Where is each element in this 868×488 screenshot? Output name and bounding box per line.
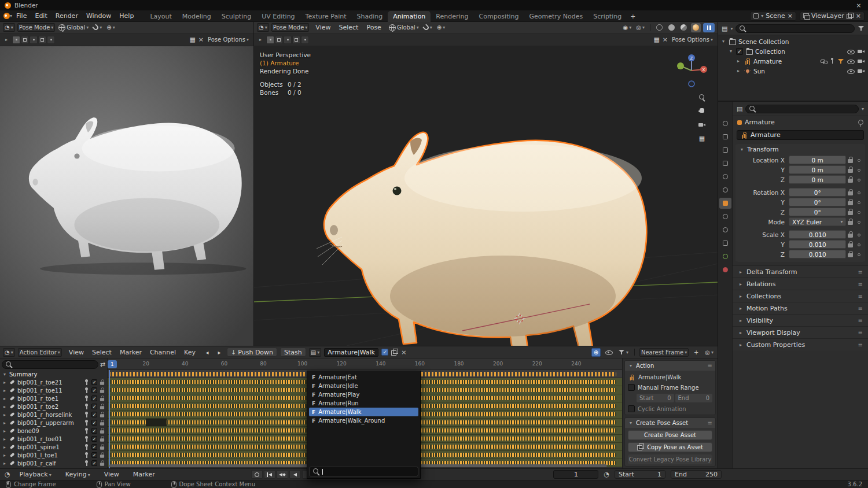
channel-bip001-r-toe1[interactable]: ▸bip001_r_toe1 bbox=[0, 394, 107, 402]
expand-icon[interactable]: ▸ bbox=[2, 445, 8, 450]
lock-icon[interactable] bbox=[847, 231, 854, 238]
playback-menu-playback[interactable]: Playback▾ bbox=[16, 470, 56, 479]
timeline-editor-icon[interactable]: ◔ bbox=[5, 471, 10, 478]
outliner-row-sun[interactable]: ▸Sun bbox=[718, 66, 868, 76]
remove-view-layer-icon[interactable]: × bbox=[856, 12, 861, 20]
viewport-menu-pose[interactable]: Pose bbox=[362, 23, 385, 32]
outliner-search-input[interactable] bbox=[735, 24, 855, 33]
lock-icon[interactable] bbox=[100, 428, 105, 434]
current-frame-field[interactable]: 1 bbox=[553, 470, 598, 479]
pin-id-icon[interactable] bbox=[858, 120, 863, 125]
channel-enable-checkbox[interactable] bbox=[91, 452, 97, 458]
show-gizmo-toggle[interactable]: ◉▾ bbox=[622, 23, 633, 32]
tab-modeling[interactable]: Modeling bbox=[177, 11, 216, 22]
select-mode-pill[interactable] bbox=[266, 36, 274, 44]
channel-bip001-r-upperarm[interactable]: ▸bip001_r_upperarm bbox=[0, 419, 107, 427]
lock-icon[interactable] bbox=[847, 251, 854, 258]
pin-icon[interactable] bbox=[84, 420, 90, 426]
duplicate-action-icon[interactable] bbox=[391, 349, 398, 356]
unlink-action-icon[interactable]: × bbox=[401, 349, 406, 356]
create-pose-asset-button[interactable]: Create Pose Asset bbox=[628, 430, 712, 440]
select-mode-pill[interactable] bbox=[30, 36, 38, 44]
y-field[interactable]: 0° bbox=[789, 198, 846, 206]
menu-edit[interactable]: Edit bbox=[31, 12, 51, 20]
channel-bip001-r-toe2[interactable]: ▸bip001_r_toe2 bbox=[0, 402, 107, 411]
select-mode-pill[interactable] bbox=[292, 36, 300, 44]
play-reverse-button[interactable] bbox=[289, 470, 301, 479]
channel-enable-checkbox[interactable] bbox=[91, 395, 97, 401]
expand-icon[interactable]: ▸ bbox=[2, 396, 8, 401]
action-panel-header[interactable]: ▾ Action ≡ bbox=[625, 361, 715, 371]
expand-icon[interactable]: ▸ bbox=[2, 453, 8, 458]
shading-solid-button[interactable] bbox=[667, 23, 676, 32]
outliner-row-scene-collection[interactable]: ▾Scene Collection bbox=[718, 36, 868, 46]
grid-ortho-icon[interactable]: ▦ bbox=[699, 135, 705, 142]
channel-bone09[interactable]: ▸bone09 bbox=[0, 427, 107, 435]
hide-in-viewport-icon[interactable] bbox=[847, 47, 855, 55]
y-field[interactable]: 0.010 bbox=[789, 240, 846, 249]
action-option-armature-walk[interactable]: FArmature|Walk bbox=[309, 408, 418, 416]
expand-icon[interactable]: ▸ bbox=[258, 37, 263, 42]
channel-enable-checkbox[interactable] bbox=[91, 444, 97, 450]
pause-render-button[interactable] bbox=[703, 23, 715, 32]
properties-tab-object-data[interactable] bbox=[719, 251, 731, 262]
z-field[interactable]: 0.010 bbox=[789, 250, 846, 258]
cyclic-animation-row[interactable]: Cyclic Animation bbox=[628, 405, 712, 413]
rotation-x-field[interactable]: 0° bbox=[789, 188, 846, 197]
expand-icon[interactable]: ▸ bbox=[3, 37, 9, 42]
copy-pose-as-asset-button[interactable]: Copy Pose as Asset bbox=[628, 442, 712, 452]
select-mode-pill[interactable] bbox=[38, 36, 46, 44]
expand-icon[interactable]: ▸ bbox=[2, 388, 8, 393]
lock-icon[interactable] bbox=[100, 379, 105, 385]
prev-layer-button[interactable]: ◂ bbox=[203, 348, 212, 357]
pin-icon[interactable] bbox=[84, 404, 90, 410]
manual-frame-range-checkbox[interactable] bbox=[628, 384, 635, 391]
expand-icon[interactable]: ▸ bbox=[2, 461, 8, 466]
tab-compositing[interactable]: Compositing bbox=[474, 11, 524, 22]
zoom-icon[interactable] bbox=[698, 94, 706, 101]
fake-user-toggle[interactable] bbox=[381, 349, 388, 356]
disable-in-renders-icon[interactable] bbox=[857, 57, 865, 65]
dope-menu-key[interactable]: Key bbox=[180, 348, 200, 357]
action-option-armature-walk-around[interactable]: FArmature|Walk_Around bbox=[309, 416, 418, 425]
action-option-armature-run[interactable]: FArmature|Run bbox=[309, 399, 418, 408]
dope-menu-marker[interactable]: Marker bbox=[116, 348, 146, 357]
menu-file[interactable]: File bbox=[12, 12, 31, 20]
panel-viewport-display[interactable]: ▸Viewport Display≡ bbox=[733, 326, 868, 338]
channel-bip001-r-toe11[interactable]: ▸bip001_r_toe11 bbox=[0, 386, 107, 394]
playback-menu-keying[interactable]: Keying▾ bbox=[61, 470, 94, 479]
editor-type-button[interactable]: ◔▾ bbox=[257, 23, 269, 32]
lock-icon[interactable] bbox=[100, 420, 105, 426]
pin-icon[interactable] bbox=[84, 379, 90, 386]
animate-dot[interactable] bbox=[855, 166, 863, 173]
next-layer-button[interactable]: ▸ bbox=[215, 348, 224, 357]
outliner-row-collection[interactable]: ▾Collection bbox=[718, 46, 868, 56]
object-name-field[interactable]: Armature bbox=[737, 130, 864, 140]
tab-geometry-nodes[interactable]: Geometry Nodes bbox=[524, 11, 588, 22]
collection-checkbox[interactable] bbox=[736, 48, 743, 55]
animate-dot[interactable] bbox=[855, 208, 863, 216]
expand-icon[interactable]: ▸ bbox=[2, 404, 8, 409]
properties-editor-icon[interactable]: ▤ bbox=[737, 105, 742, 113]
channel-enable-checkbox[interactable] bbox=[91, 420, 97, 426]
channel-summary[interactable]: ▾Summary bbox=[0, 370, 107, 378]
expand-icon[interactable]: ▸ bbox=[2, 428, 8, 434]
lock-icon[interactable] bbox=[100, 412, 105, 417]
menu-help[interactable]: Help bbox=[115, 12, 138, 20]
properties-tab-material[interactable] bbox=[719, 264, 731, 275]
clay-viewport-canvas[interactable] bbox=[0, 46, 253, 346]
close-tool-icon[interactable]: × bbox=[663, 36, 668, 43]
proportional-editing-toggle[interactable]: ⊕▾ bbox=[105, 23, 116, 32]
collapse-icon[interactable]: ▾ bbox=[2, 372, 8, 377]
editor-type-button[interactable]: ◔▾ bbox=[3, 23, 15, 32]
filter-icon[interactable] bbox=[858, 25, 865, 32]
properties-tab-render[interactable] bbox=[719, 131, 731, 142]
dropdown-search-input[interactable] bbox=[309, 467, 418, 476]
start-frame-field[interactable]: Start1 bbox=[615, 470, 665, 479]
tab-sculpting[interactable]: Sculpting bbox=[216, 11, 256, 22]
viewport-menu-view[interactable]: View bbox=[311, 23, 334, 32]
collapse-icon[interactable]: ▾ bbox=[728, 49, 734, 54]
channel-enable-checkbox[interactable] bbox=[91, 428, 97, 434]
animate-dot[interactable] bbox=[855, 218, 863, 225]
lock-icon[interactable] bbox=[848, 219, 854, 225]
